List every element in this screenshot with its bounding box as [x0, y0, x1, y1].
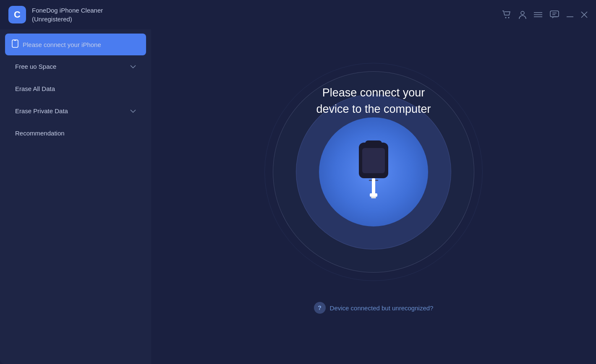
help-link[interactable]: Device connected but unrecognized? — [330, 304, 434, 312]
main-heading: Please connect your device to the comput… — [302, 85, 445, 117]
sidebar-item-label: Please connect your iPhone — [23, 41, 101, 48]
svg-point-2 — [521, 11, 524, 15]
sidebar-item-label: Free uo Space — [15, 63, 56, 70]
sidebar-item-label: Erase All Data — [15, 85, 55, 92]
phone-icon — [12, 39, 18, 49]
title-bar: C FoneDog iPhone Cleaner (Unregistered) — [0, 0, 596, 29]
title-controls — [502, 10, 588, 19]
main-content: Please connect your device to the comput… — [151, 29, 596, 364]
sidebar-item-label: Recommendation — [15, 130, 65, 137]
sidebar-item-label: Erase Private Data — [15, 107, 68, 114]
minimize-icon[interactable] — [567, 12, 573, 17]
svg-rect-12 — [12, 40, 18, 47]
main-layout: Please connect your iPhone Free uo Space… — [0, 29, 596, 364]
sidebar-item-erase-all-data[interactable]: Erase All Data — [5, 78, 146, 100]
device-connect-illustration: Please connect your device to the comput… — [264, 63, 483, 281]
question-icon: ? — [314, 302, 326, 314]
close-icon[interactable] — [581, 11, 588, 18]
profile-icon[interactable] — [519, 10, 526, 19]
sidebar: Please connect your iPhone Free uo Space… — [0, 29, 151, 364]
menu-icon[interactable] — [534, 12, 542, 18]
chat-icon[interactable] — [550, 10, 559, 19]
svg-rect-6 — [550, 11, 559, 17]
cart-icon[interactable] — [502, 10, 511, 19]
sidebar-item-free-up-space[interactable]: Free uo Space — [5, 55, 146, 78]
chevron-down-icon — [130, 108, 136, 114]
sidebar-item-recommendation[interactable]: Recommendation — [5, 122, 146, 144]
svg-point-1 — [508, 17, 510, 18]
svg-point-0 — [505, 17, 507, 18]
app-logo: C — [8, 6, 26, 23]
chevron-down-icon — [130, 63, 136, 70]
help-row: ? Device connected but unrecognized? — [314, 302, 434, 314]
app-identity: C FoneDog iPhone Cleaner (Unregistered) — [8, 6, 103, 23]
sidebar-item-erase-private-data[interactable]: Erase Private Data — [5, 100, 146, 122]
app-title: FoneDog iPhone Cleaner (Unregistered) — [32, 6, 103, 23]
sidebar-item-connect-iphone[interactable]: Please connect your iPhone — [5, 34, 146, 55]
